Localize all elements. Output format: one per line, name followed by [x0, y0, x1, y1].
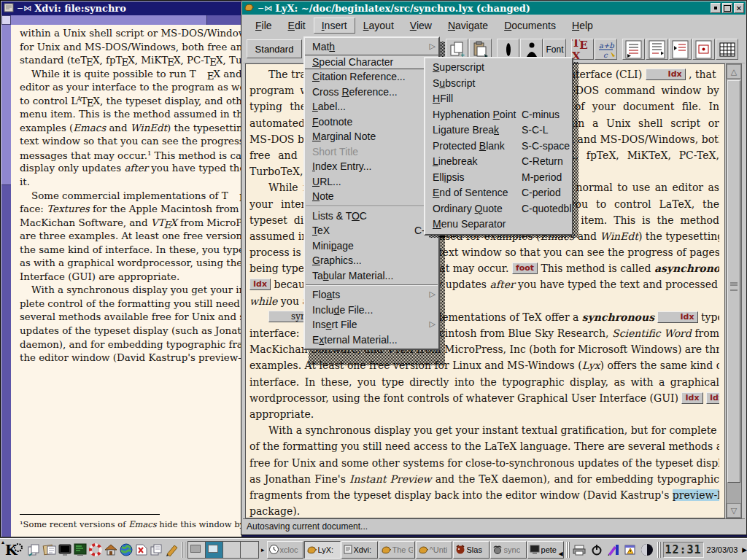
menu-item-insert-file[interactable]: Insert File▷: [305, 317, 438, 332]
menu-item-index-entry[interactable]: Index Entry...: [305, 159, 438, 174]
menu-item-tex[interactable]: TeXC-l: [305, 223, 438, 238]
index-inset-button[interactable]: Idx: [706, 392, 719, 404]
tray-schedule-icon[interactable]: [622, 541, 638, 559]
taskbar-handle[interactable]: [566, 542, 570, 558]
footnote-inset-button[interactable]: foot: [512, 262, 538, 274]
submenu-item-protected-blank[interactable]: Protected BlankS-C-space: [425, 139, 572, 155]
menu-item-note[interactable]: Note: [305, 189, 438, 204]
task-xdvi[interactable]: Xdvi:: [341, 541, 378, 559]
task-scroll-left-icon[interactable]: ▸: [260, 546, 266, 553]
pager-desktop-2[interactable]: [206, 542, 223, 558]
xdvi-vertical-scrollbar[interactable]: [1, 25, 11, 537]
k-menu-button[interactable]: ▴ K: [1, 540, 26, 559]
scroll-up-icon[interactable]: △: [727, 64, 741, 79]
task-sync[interactable]: sync: [490, 541, 527, 559]
menu-item-tabular-material[interactable]: Tabular Material...: [305, 268, 438, 284]
toolbar-tex-button[interactable]: TEX: [571, 39, 594, 60]
task-xcloc[interactable]: xcloc: [267, 541, 303, 559]
menu-item-lists-toc[interactable]: Lists & TOC▷: [305, 209, 438, 224]
tray-moon-icon[interactable]: [639, 541, 655, 559]
toolbar-list-indent-button[interactable]: [669, 39, 692, 60]
index-inset-button[interactable]: Idx: [249, 279, 271, 290]
menu-item-label[interactable]: Label...: [305, 99, 438, 114]
horizontal-scroll-thumb[interactable]: [11, 15, 207, 25]
launcher-terminal-icon[interactable]: [73, 541, 88, 559]
index-inset-button[interactable]: Idx: [681, 392, 703, 404]
submenu-item-linebreak[interactable]: LinebreakC-Return: [425, 154, 572, 170]
xdvi-titlebar[interactable]: −⋈ Xdvi: file:synchro: [1, 1, 241, 15]
k-menu-arrow-icon: ▴: [1, 539, 4, 545]
task-pete[interactable]: pete◀: [527, 541, 564, 559]
toolbar-list-items-button[interactable]: [646, 39, 668, 60]
launcher-documents-icon[interactable]: [150, 541, 164, 559]
scroll-thumb[interactable]: [727, 80, 740, 483]
menu-item-minipage[interactable]: Minipage: [305, 238, 438, 254]
index-inset-button[interactable]: Idx: [646, 69, 686, 80]
menubar-help[interactable]: Help: [564, 18, 601, 34]
xdvi-horizontal-scrollbar[interactable]: [11, 15, 241, 25]
menubar-insert[interactable]: Insert: [314, 18, 355, 34]
menu-item-floats[interactable]: Floats▷: [305, 287, 438, 303]
tray-power-icon[interactable]: [589, 541, 605, 559]
dog-icon: [455, 545, 465, 554]
panel-hide-arrow-icon[interactable]: ▶: [740, 546, 747, 553]
task-unti[interactable]: ^Unti: [416, 541, 452, 559]
scroll-down-icon[interactable]: ▽: [727, 503, 741, 518]
pager-desktop-4[interactable]: [241, 542, 258, 558]
submenu-item-ligature-break[interactable]: Ligature BreakS-C-L: [425, 122, 572, 139]
close-button[interactable]: ✕: [734, 3, 744, 13]
submenu-item-hfill[interactable]: HFill: [425, 91, 572, 107]
menu-item-marginal-note[interactable]: Marginal Note: [305, 129, 438, 144]
submenu-item-end-of-sentence[interactable]: End of SentenceC-period: [425, 185, 572, 201]
submenu-item-ordinary-quote[interactable]: Ordinary QuoteC-quotedbl: [425, 201, 572, 217]
menu-item-include-file[interactable]: Include File...: [305, 303, 438, 318]
launcher-file-manager-icon[interactable]: [27, 541, 42, 559]
tray-printer-icon[interactable]: [572, 541, 588, 559]
menubar-layout[interactable]: Layout: [355, 18, 402, 34]
task-slas[interactable]: Slas: [453, 541, 489, 559]
menubar-edit[interactable]: Edit: [280, 18, 314, 34]
menubar-navigate[interactable]: Navigate: [440, 18, 496, 34]
taskbar-handle[interactable]: [182, 542, 185, 558]
submenu-item-hyphenation-point[interactable]: Hyphenation PointC-minus: [425, 107, 572, 123]
launcher-pen-icon[interactable]: [165, 541, 179, 559]
menu-item-math[interactable]: Math▷: [305, 39, 438, 55]
menu-item-special-character[interactable]: Special Character▷: [305, 55, 438, 70]
vertical-scroll-thumb[interactable]: [1, 25, 11, 185]
tray-marker-icon[interactable]: [605, 541, 622, 559]
submenu-item-superscript[interactable]: Superscript: [425, 60, 572, 76]
menu-item-graphics[interactable]: Graphics...: [305, 253, 438, 268]
pager-desktop-1[interactable]: [188, 542, 206, 558]
minimize-button[interactable]: [711, 3, 721, 13]
launcher-news-icon[interactable]: [134, 541, 149, 559]
menubar-documents[interactable]: Documents: [496, 18, 564, 34]
index-inset-button[interactable]: Idx: [657, 311, 697, 323]
task-lyx[interactable]: LyX:: [304, 541, 341, 559]
launcher-help-icon[interactable]: [88, 541, 103, 559]
launcher-web-browser-icon[interactable]: [119, 541, 133, 559]
menu-item-citation-reference[interactable]: Citation Reference...: [305, 69, 438, 85]
task-the-g[interactable]: The G: [379, 541, 415, 559]
menu-item-external-material[interactable]: External Material...: [305, 332, 438, 348]
launcher-home-icon[interactable]: [104, 541, 118, 559]
menu-item-url[interactable]: URL...: [305, 174, 438, 190]
launcher-notes-icon[interactable]: [42, 541, 57, 559]
toolbar-math-button[interactable]: a+bc: [595, 39, 617, 60]
toolbar-table-button[interactable]: [716, 39, 738, 60]
menubar-file[interactable]: File: [247, 18, 280, 34]
launcher-display-settings-icon[interactable]: [58, 541, 72, 559]
pager-desktop-3[interactable]: [223, 542, 241, 558]
submenu-item-menu-separator[interactable]: Menu Separator: [425, 217, 572, 233]
menu-item-cross-reference[interactable]: Cross Reference...: [305, 85, 438, 100]
maximize-button[interactable]: [722, 3, 732, 13]
toolbar-figure-button[interactable]: [692, 39, 715, 60]
paragraph-style-combo[interactable]: Standard: [247, 39, 302, 58]
toolbar-list-numbered-button[interactable]: [622, 39, 645, 60]
lyx-titlebar[interactable]: −⋈ LyX: ~/doc/beginlatex/src/synchro.lyx…: [242, 1, 746, 15]
menu-item-footnote[interactable]: Footnote: [305, 114, 438, 130]
submenu-item-ellipsis[interactable]: EllipsisM-period: [425, 170, 572, 186]
submenu-item-subscript[interactable]: Subscript: [425, 76, 572, 92]
menubar-view[interactable]: View: [402, 18, 440, 34]
taskbar-handle[interactable]: [657, 542, 661, 558]
document-scrollbar[interactable]: △ ▽: [726, 63, 742, 518]
